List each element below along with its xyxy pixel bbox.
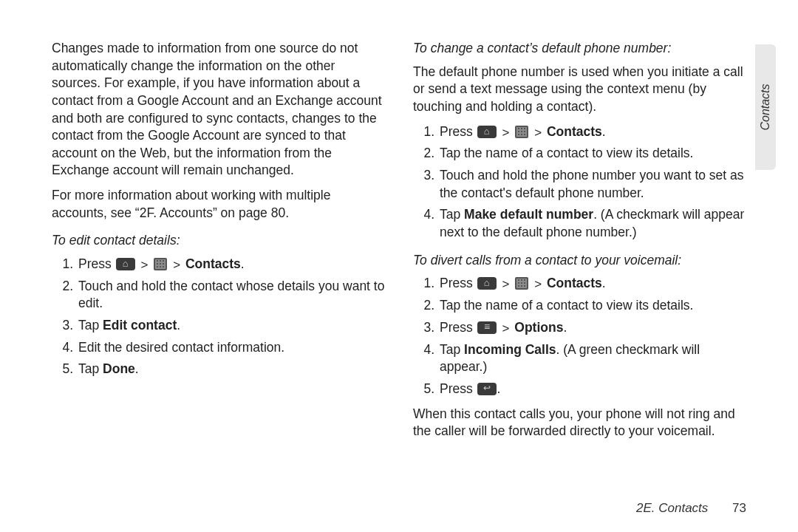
home-key-icon bbox=[477, 277, 497, 290]
list-item: Edit the desired contact information. bbox=[77, 339, 385, 357]
chevron-icon: > bbox=[173, 258, 180, 272]
text-bold: Options bbox=[514, 320, 563, 335]
list-item: Press > Options. bbox=[438, 319, 746, 337]
paragraph: For more information about working with … bbox=[52, 187, 385, 222]
steps-list: Press > > Contacts. Touch and hold the c… bbox=[52, 256, 385, 378]
home-key-icon bbox=[116, 258, 135, 270]
chevron-icon: > bbox=[534, 277, 542, 291]
home-key-icon bbox=[477, 126, 497, 138]
left-column: Changes made to information from one sou… bbox=[52, 40, 385, 448]
thumb-tab-label: Contacts bbox=[759, 83, 772, 130]
text-bold: Contacts bbox=[547, 124, 602, 139]
text: Tap bbox=[440, 342, 464, 357]
chevron-icon: > bbox=[502, 321, 509, 335]
thumb-tab: Contacts bbox=[755, 44, 776, 170]
list-item: Tap the name of a contact to view its de… bbox=[438, 297, 746, 315]
text: Press bbox=[440, 320, 477, 335]
apps-grid-icon bbox=[515, 126, 528, 138]
text: Press bbox=[78, 256, 115, 271]
text: Press bbox=[440, 381, 477, 396]
paragraph: The default phone number is used when yo… bbox=[413, 64, 746, 116]
list-item: Press > > Contacts. bbox=[77, 256, 385, 273]
apps-grid-icon bbox=[154, 258, 167, 270]
text-bold: Incoming Calls bbox=[464, 342, 556, 357]
list-item: Touch and hold the phone number you want… bbox=[438, 167, 746, 202]
text: Tap bbox=[440, 207, 464, 222]
page-body: Changes made to information from one sou… bbox=[0, 0, 798, 448]
paragraph: When this contact calls you, your phone … bbox=[413, 406, 746, 440]
back-key-icon bbox=[477, 383, 497, 395]
chevron-icon: > bbox=[534, 126, 542, 140]
page-number: 73 bbox=[732, 501, 746, 515]
chevron-icon: > bbox=[502, 277, 509, 291]
text: Press bbox=[440, 276, 477, 290]
text: Press bbox=[440, 124, 477, 139]
chevron-icon: > bbox=[502, 126, 509, 140]
list-item: Press . bbox=[438, 381, 746, 398]
text: Tap bbox=[78, 318, 103, 332]
list-item: Tap Done. bbox=[77, 361, 385, 378]
list-item: Tap Incoming Calls. (A green checkmark w… bbox=[438, 341, 746, 376]
text-bold: Make default number bbox=[464, 207, 593, 222]
text-bold: Contacts bbox=[547, 276, 602, 290]
right-column: To change a contact’s default phone numb… bbox=[413, 40, 746, 448]
chevron-icon: > bbox=[140, 258, 148, 272]
text-bold: Edit contact bbox=[103, 318, 177, 332]
subheading: To divert calls from a contact to your v… bbox=[413, 252, 746, 270]
apps-grid-icon bbox=[515, 277, 528, 290]
list-item: Press > > Contacts. bbox=[438, 275, 746, 293]
menu-key-icon bbox=[477, 321, 497, 334]
steps-list: Press > > Contacts. Tap the name of a co… bbox=[413, 275, 746, 398]
list-item: Tap Edit contact. bbox=[77, 317, 385, 335]
text-bold: Done bbox=[103, 361, 135, 376]
list-item: Tap Make default number. (A checkmark wi… bbox=[438, 206, 746, 241]
subheading: To change a contact’s default phone numb… bbox=[413, 40, 746, 58]
text: Tap bbox=[78, 361, 103, 376]
list-item: Tap the name of a contact to view its de… bbox=[438, 145, 746, 163]
paragraph: Changes made to information from one sou… bbox=[52, 40, 385, 180]
footer-section: 2E. Contacts bbox=[636, 501, 708, 515]
subheading: To edit contact details: bbox=[52, 232, 385, 250]
list-item: Press > > Contacts. bbox=[438, 123, 746, 141]
page-footer: 2E. Contacts 73 bbox=[636, 501, 746, 516]
text-bold: Contacts bbox=[185, 256, 241, 271]
list-item: Touch and hold the contact whose details… bbox=[77, 278, 385, 313]
steps-list: Press > > Contacts. Tap the name of a co… bbox=[413, 123, 746, 242]
